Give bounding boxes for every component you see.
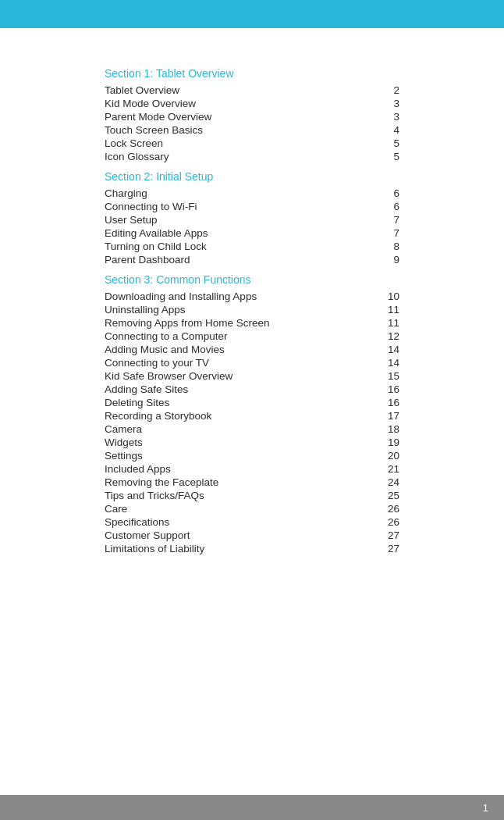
toc-item-page: 25 [376,490,399,501]
toc-item-page: 2 [376,84,399,96]
toc-item-label: Camera [105,423,376,435]
toc-item-label: Icon Glossary [105,151,376,162]
toc-item-label: Parent Mode Overview [105,111,376,123]
toc-item-label: Deleting Sites [105,397,376,408]
toc-item-page: 3 [376,98,399,109]
toc-item-page: 8 [376,241,399,252]
toc-item-page: 5 [376,151,399,162]
toc-item-page: 26 [376,516,399,528]
toc-row: Touch Screen Basics4 [105,124,399,136]
toc-row: Settings20 [105,450,399,462]
toc-item-page: 16 [376,383,399,395]
toc-item-label: Connecting to your TV [105,357,376,369]
toc-item-label: Included Apps [105,463,376,475]
toc-row: Parent Mode Overview3 [105,111,399,123]
toc-item-page: 11 [376,317,399,329]
toc-row: Deleting Sites16 [105,397,399,408]
toc-item-page: 5 [376,137,399,149]
toc-item-label: Specifications [105,516,376,528]
toc-row: Included Apps21 [105,463,399,475]
toc-row: Connecting to your TV14 [105,357,399,369]
bottom-bar: 1 [0,795,504,820]
toc-item-page: 27 [376,529,399,541]
toc-row: Care26 [105,503,399,515]
toc-item-label: Editing Available Apps [105,227,376,239]
toc-item-label: Care [105,503,376,515]
top-bar [0,0,504,28]
toc-item-label: Connecting to a Computer [105,330,376,342]
toc-row: Recording a Storybook17 [105,410,399,422]
toc-item-page: 3 [376,111,399,123]
toc-item-page: 6 [376,201,399,212]
toc-row: Turning on Child Lock8 [105,241,399,252]
toc-row: Lock Screen5 [105,137,399,149]
toc-item-label: Parent Dashboard [105,254,376,266]
toc-item-label: Kid Mode Overview [105,98,376,109]
toc-item-label: Settings [105,450,376,462]
toc-row: Downloading and Installing Apps10 [105,291,399,302]
toc-item-page: 11 [376,304,399,316]
toc-row: User Setup7 [105,214,399,226]
toc-row: Adding Safe Sites16 [105,383,399,395]
toc-row: Parent Dashboard9 [105,254,399,266]
toc-row: Connecting to a Computer12 [105,330,399,342]
toc-item-page: 15 [376,370,399,382]
toc-item-page: 9 [376,254,399,266]
toc-item-page: 27 [376,543,399,554]
toc-item-label: Lock Screen [105,137,376,149]
section-header-1: Section 1: Tablet Overview [105,67,399,80]
toc-row: Specifications26 [105,516,399,528]
toc-item-label: Downloading and Installing Apps [105,291,376,302]
toc-item-page: 24 [376,476,399,488]
toc-item-page: 17 [376,410,399,422]
toc-row: Customer Support27 [105,529,399,541]
section-header-3: Section 3: Common Functions [105,273,399,286]
section-header-2: Section 2: Initial Setup [105,170,399,183]
toc-item-label: Recording a Storybook [105,410,376,422]
toc-item-page: 12 [376,330,399,342]
toc-item-page: 19 [376,437,399,448]
toc-item-page: 16 [376,397,399,408]
toc-content: Section 1: Tablet OverviewTablet Overvie… [0,28,504,587]
toc-row: Camera18 [105,423,399,435]
toc-item-label: Removing the Faceplate [105,476,376,488]
toc-row: Connecting to Wi-Fi6 [105,201,399,212]
toc-row: Removing the Faceplate24 [105,476,399,488]
toc-item-page: 4 [376,124,399,136]
toc-item-page: 14 [376,344,399,355]
toc-row: Uninstalling Apps11 [105,304,399,316]
toc-item-label: Turning on Child Lock [105,241,376,252]
toc-item-label: Connecting to Wi-Fi [105,201,376,212]
toc-item-page: 14 [376,357,399,369]
toc-item-page: 6 [376,187,399,199]
toc-item-label: Widgets [105,437,376,448]
toc-item-label: Adding Music and Movies [105,344,376,355]
toc-item-page: 20 [376,450,399,462]
toc-item-label: Uninstalling Apps [105,304,376,316]
toc-row: Kid Mode Overview3 [105,98,399,109]
page-number: 1 [483,802,488,814]
toc-row: Widgets19 [105,437,399,448]
toc-item-page: 7 [376,227,399,239]
toc-item-page: 10 [376,291,399,302]
toc-item-label: Tablet Overview [105,84,376,96]
toc-row: Kid Safe Browser Overview15 [105,370,399,382]
toc-item-page: 7 [376,214,399,226]
toc-item-label: User Setup [105,214,376,226]
toc-item-label: Customer Support [105,529,376,541]
toc-row: Limitations of Liability27 [105,543,399,554]
toc-row: Removing Apps from Home Screen11 [105,317,399,329]
toc-row: Charging6 [105,187,399,199]
toc-item-label: Removing Apps from Home Screen [105,317,376,329]
toc-item-label: Tips and Tricks/FAQs [105,490,376,501]
toc-item-page: 18 [376,423,399,435]
toc-item-label: Adding Safe Sites [105,383,376,395]
toc-item-label: Limitations of Liability [105,543,376,554]
toc-row: Tablet Overview2 [105,84,399,96]
toc-item-label: Kid Safe Browser Overview [105,370,376,382]
toc-row: Adding Music and Movies14 [105,344,399,355]
toc-item-page: 21 [376,463,399,475]
toc-row: Tips and Tricks/FAQs25 [105,490,399,501]
toc-item-label: Charging [105,187,376,199]
toc-item-label: Touch Screen Basics [105,124,376,136]
